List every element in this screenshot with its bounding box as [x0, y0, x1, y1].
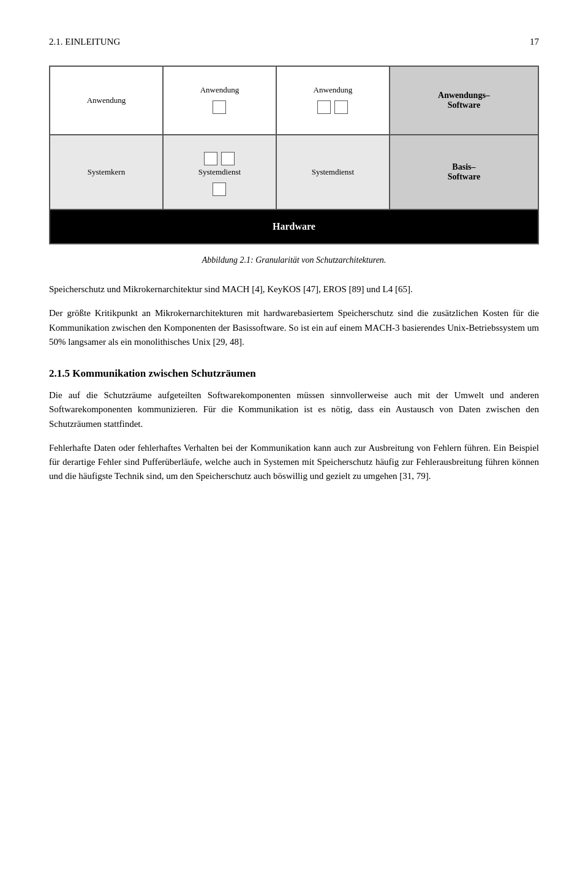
- diagram-system-cells: Systemkern Systemdienst Systemdienst: [50, 135, 390, 209]
- anwendung-3-label: Anwendung: [314, 85, 353, 95]
- basis-software-label: Basis–Software: [390, 135, 538, 209]
- cell-anwendung-3: Anwendung: [277, 67, 389, 134]
- systemdienst-1-boxes-top: [202, 150, 236, 167]
- anwendungs-software-label: Anwendungs–Software: [390, 67, 538, 134]
- systemkern-label: Systemkern: [88, 167, 125, 177]
- small-box: [317, 100, 331, 114]
- paragraph-2: Der größte Kritikpunkt an Mikrokernarchi…: [49, 306, 539, 349]
- anwendung-3-boxes: [315, 99, 350, 116]
- anwendung-1-label: Anwendung: [87, 96, 126, 105]
- cell-systemkern: Systemkern: [50, 135, 164, 209]
- anwendung-2-boxes: [211, 99, 228, 116]
- diagram-anwendung-cells: Anwendung Anwendung Anwendung: [50, 67, 390, 134]
- systemdienst-1-boxes-bottom: [211, 181, 228, 198]
- section-heading: 2.1.5 Kommunikation zwischen Schutzräume…: [49, 368, 539, 380]
- small-box: [334, 100, 348, 114]
- paragraph-1: Speicherschutz und Mikrokernarchitektur …: [49, 282, 539, 296]
- anwendung-2-label: Anwendung: [200, 85, 239, 95]
- systemdienst-1-label: Systemdienst: [198, 167, 241, 177]
- architecture-diagram: Anwendung Anwendung Anwendung: [49, 66, 539, 244]
- diagram-caption: Abbildung 2.1: Granularität von Schutzar…: [49, 255, 539, 265]
- cell-anwendung-2: Anwendung: [164, 67, 277, 134]
- small-box: [204, 152, 217, 165]
- paragraph-4: Fehlerhafte Daten oder fehlerhaftes Verh…: [49, 441, 539, 484]
- cell-systemdienst-1: Systemdienst: [164, 135, 277, 209]
- chapter-title: 2.1. EINLEITUNG: [49, 37, 120, 47]
- small-box: [221, 152, 235, 165]
- paragraph-3: Die auf die Schutzräume aufgeteilten Sof…: [49, 388, 539, 431]
- hardware-label: Hardware: [50, 210, 538, 243]
- cell-systemdienst-2: Systemdienst: [277, 135, 389, 209]
- small-box: [213, 183, 226, 196]
- section-title: Kommunikation zwischen Schutzräumen: [72, 368, 255, 379]
- page-number: 17: [530, 37, 539, 47]
- cell-anwendung-1: Anwendung: [50, 67, 164, 134]
- section-number: 2.1.5: [49, 368, 70, 379]
- diagram-row-middle: Systemkern Systemdienst Systemdienst: [50, 135, 538, 210]
- small-box: [213, 100, 226, 114]
- diagram-row-top: Anwendung Anwendung Anwendung: [50, 67, 538, 135]
- systemdienst-2-label: Systemdienst: [312, 167, 354, 177]
